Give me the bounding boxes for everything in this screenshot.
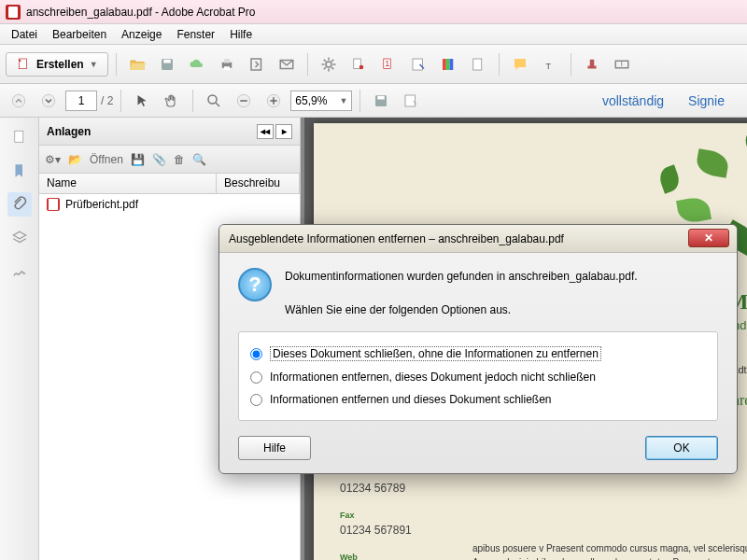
signatures-icon[interactable]: [7, 259, 32, 284]
attachments-icon[interactable]: [7, 192, 32, 217]
page-down-button[interactable]: [35, 88, 62, 114]
hidden-info-dialog: Ausgeblendete Informationen entfernen – …: [218, 224, 738, 474]
help-button[interactable]: Hilfe: [238, 436, 311, 460]
dialog-options: Dieses Dokument schließen, ohne die Info…: [238, 331, 718, 421]
svg-rect-31: [14, 131, 22, 142]
share-button[interactable]: [244, 51, 270, 77]
thumbnails-icon[interactable]: [7, 125, 32, 149]
zoom-value: 65,9%: [295, 94, 327, 107]
attachment-name: Prüfbericht.pdf: [65, 198, 138, 211]
menu-bar: Datei Bearbeiten Anzeige Fenster Hilfe: [0, 24, 747, 45]
option-1-label: Dieses Dokument schließen, ohne die Info…: [270, 346, 601, 361]
col-name[interactable]: Name: [39, 174, 217, 193]
chevron-down-icon: ▼: [90, 60, 98, 69]
svg-rect-30: [405, 95, 416, 106]
attachment-item[interactable]: Prüfbericht.pdf: [39, 194, 300, 215]
svg-point-23: [12, 94, 25, 107]
attach-search-icon[interactable]: 🔍: [192, 153, 206, 166]
svg-rect-15: [445, 59, 449, 70]
window-titlebar: anschreiben_galabau.pdf - Adobe Acrobat …: [0, 0, 747, 24]
page-number-input[interactable]: [65, 91, 97, 111]
app-icon: [6, 5, 21, 20]
zoom-out-button[interactable]: [231, 88, 257, 114]
attach-options-icon[interactable]: ⚙▾: [45, 153, 61, 166]
doc-contact: 01234 56789 Fax 01234 567891 Web galabau…: [340, 480, 452, 560]
zoom-in-button[interactable]: [261, 88, 287, 114]
attach-save-icon[interactable]: 💾: [131, 153, 145, 166]
email-button[interactable]: [274, 51, 300, 77]
svg-rect-16: [449, 59, 453, 70]
option-remove-and-close[interactable]: Informationen entfernen und dieses Dokum…: [250, 388, 706, 411]
svg-point-8: [326, 62, 331, 67]
dialog-message-1: Dokumentinformationen wurden gefunden in…: [285, 268, 638, 285]
reading-mode-button[interactable]: [398, 88, 424, 114]
option-remove-keep-open[interactable]: Informationen entfernen, dieses Dokument…: [250, 366, 706, 388]
tool-button-3[interactable]: [405, 51, 431, 77]
pdf-icon: [47, 198, 60, 211]
save-button[interactable]: [154, 51, 180, 77]
option-3-label: Informationen entfernen und dieses Dokum…: [270, 393, 552, 406]
cloud-button[interactable]: [184, 51, 210, 77]
create-button[interactable]: Erstellen ▼: [6, 52, 108, 77]
nav-panel-strip: [0, 118, 39, 560]
attach-open-label[interactable]: Öffnen: [90, 153, 123, 166]
stamp-button[interactable]: [579, 51, 605, 77]
dialog-title: Ausgeblendete Informationen entfernen – …: [229, 232, 564, 245]
print-button[interactable]: [214, 51, 240, 77]
svg-rect-5: [224, 66, 230, 70]
svg-rect-4: [224, 59, 230, 63]
svg-rect-13: [413, 59, 423, 70]
tool-button-2[interactable]: 1: [375, 51, 402, 77]
tool-button-4[interactable]: [435, 51, 461, 77]
option-2-label: Informationen entfernen, dieses Dokument…: [270, 371, 596, 384]
bookmarks-icon[interactable]: [7, 159, 32, 183]
svg-rect-14: [443, 59, 446, 70]
save-copy-button[interactable]: [368, 88, 394, 114]
menu-view[interactable]: Anzeige: [114, 26, 169, 43]
zoom-level-select[interactable]: 65,9%▼: [290, 91, 352, 111]
svg-point-10: [359, 64, 363, 69]
radio-2[interactable]: [250, 371, 262, 384]
option-close-without-remove[interactable]: Dieses Dokument schließen, ohne die Info…: [250, 342, 706, 366]
radio-1[interactable]: [250, 348, 262, 360]
menu-edit[interactable]: Bearbeiten: [45, 26, 114, 43]
main-toolbar: Erstellen ▼ 1 T T: [0, 45, 747, 84]
svg-rect-6: [251, 59, 261, 70]
nav-toolbar: / 2 65,9%▼ vollständig Signie: [0, 84, 747, 118]
question-icon: ?: [238, 268, 272, 301]
layers-icon[interactable]: [7, 226, 32, 250]
tool-button-1[interactable]: [345, 51, 372, 77]
dialog-close-button[interactable]: ✕: [688, 229, 729, 247]
menu-help[interactable]: Hilfe: [222, 26, 260, 43]
col-desc[interactable]: Beschreibu: [217, 174, 300, 193]
comment-button[interactable]: [507, 51, 533, 77]
page-up-button[interactable]: [6, 88, 32, 114]
svg-point-25: [208, 95, 217, 104]
attach-delete-icon[interactable]: 🗑: [174, 153, 185, 166]
panel-next-button[interactable]: ▸: [275, 124, 292, 139]
selection-tool[interactable]: [129, 88, 155, 114]
gear-button[interactable]: [316, 51, 342, 77]
zoom-tool[interactable]: [201, 88, 227, 114]
create-icon: [16, 57, 31, 72]
menu-file[interactable]: Datei: [4, 26, 45, 43]
dialog-message-2: Wählen Sie eine der folgenden Optionen a…: [285, 301, 638, 318]
tool-button-5[interactable]: [465, 51, 491, 77]
svg-point-24: [42, 94, 55, 107]
attach-add-icon[interactable]: 📎: [152, 153, 166, 166]
window-title: anschreiben_galabau.pdf - Adobe Acrobat …: [26, 6, 256, 19]
attach-open-icon[interactable]: 📂: [68, 153, 82, 166]
panel-prev-button[interactable]: ◂◂: [257, 124, 274, 139]
hand-tool[interactable]: [159, 88, 185, 114]
dialog-titlebar[interactable]: Ausgeblendete Informationen entfernen – …: [219, 225, 737, 253]
text-button[interactable]: T: [537, 51, 563, 77]
sign-link[interactable]: Signie: [681, 90, 732, 112]
menu-window[interactable]: Fenster: [169, 26, 222, 43]
radio-3[interactable]: [250, 394, 262, 406]
view-full-link[interactable]: vollständig: [595, 90, 671, 112]
svg-text:T: T: [545, 61, 551, 70]
textbox-button[interactable]: T: [609, 51, 635, 77]
svg-text:1: 1: [385, 58, 389, 67]
ok-button[interactable]: OK: [645, 436, 718, 460]
open-button[interactable]: [124, 51, 150, 77]
